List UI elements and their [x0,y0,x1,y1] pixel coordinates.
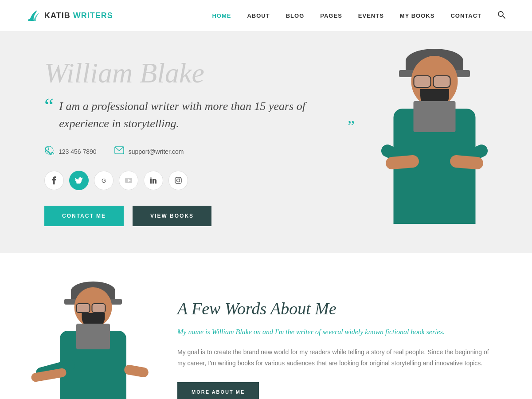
email-contact: support@writer.com [114,146,184,156]
header: KATIB WRITERS HOME ABOUT BLOG PAGES EVEN… [0,0,532,31]
email-address: support@writer.com [129,148,184,155]
social-twitter[interactable] [69,171,89,190]
about-title: A Few Words About Me [177,299,497,318]
view-books-button[interactable]: VIEW BOOKS [133,206,211,226]
hero-section: William Blake “ I am a professional writ… [0,31,532,253]
social-facebook[interactable] [44,171,64,190]
svg-rect-7 [150,179,152,184]
social-links: G [44,171,355,190]
nav-home[interactable]: HOME [212,12,231,19]
social-linkedin[interactable] [144,171,163,190]
svg-point-8 [150,177,152,179]
nav-about[interactable]: ABOUT [247,12,270,19]
svg-point-11 [180,178,180,179]
nav-blog[interactable]: BLOG [286,12,305,19]
hero-name: William Blake [44,58,355,89]
scarf [414,101,456,132]
phone-contact: 123 456 7890 [44,145,97,157]
nav-events[interactable]: EVENTS [358,12,384,19]
about-head [74,287,112,327]
main-nav: HOME ABOUT BLOG PAGES EVENTS MY BOOKS CO… [212,11,505,20]
hero-content: William Blake “ I am a professional writ… [44,58,355,226]
head [411,56,458,107]
hero-quote: “ I am a professional writer with more t… [44,98,355,132]
brand-name: KATIB WRITERS [44,11,113,20]
social-youtube[interactable] [119,171,138,190]
email-icon [114,146,124,156]
about-scarf [76,324,110,349]
about-arm-cross [124,364,149,378]
hero-tagline: I am a professional writer with more tha… [59,98,342,132]
quote-right-icon: ” [348,118,355,134]
phone-number: 123 456 7890 [59,148,97,155]
social-google[interactable]: G [94,171,113,190]
hero-image [364,40,505,253]
svg-point-0 [28,19,31,21]
about-image [35,279,151,399]
logo[interactable]: KATIB WRITERS [27,8,113,23]
contact-info: 123 456 7890 support@writer.com [44,145,355,157]
nav-pages[interactable]: PAGES [320,12,342,19]
nav-contact[interactable]: CONTACT [450,12,481,19]
about-section: A Few Words About Me My name is William … [0,253,532,399]
about-subtitle: My name is William Blake on and I'm the … [177,326,497,338]
quote-left-icon: “ [44,95,54,117]
svg-point-1 [498,12,503,16]
svg-rect-9 [175,177,181,184]
more-about-me-button[interactable]: MORE ABOUT ME [177,382,259,399]
contact-me-button[interactable]: CONTACT ME [44,206,124,226]
svg-line-2 [503,16,505,18]
hero-buttons: CONTACT ME VIEW BOOKS [44,206,355,226]
about-body-text: My goal is to create the brand new world… [177,347,497,369]
social-instagram[interactable] [168,171,188,190]
phone-icon [44,145,54,157]
svg-point-10 [177,179,180,182]
logo-icon [27,8,41,23]
nav-mybooks[interactable]: MY BOOKS [400,12,435,19]
search-icon[interactable] [497,11,505,20]
about-content: A Few Words About Me My name is William … [177,299,497,399]
